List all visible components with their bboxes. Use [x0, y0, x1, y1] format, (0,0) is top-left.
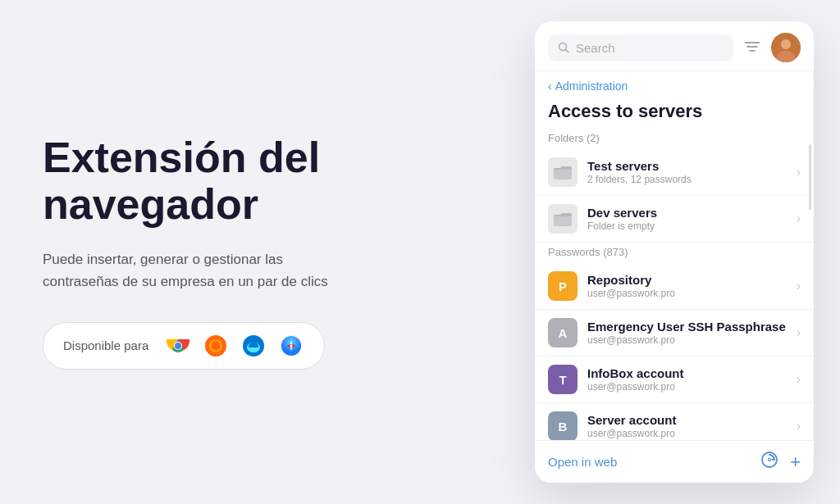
password-3-name: InfoBox account — [587, 366, 787, 380]
breadcrumb-text: Administration — [555, 79, 628, 93]
svg-line-18 — [566, 50, 569, 53]
widget-footer: Open in web + — [535, 440, 814, 483]
svg-point-23 — [781, 39, 791, 49]
password-3-info: InfoBox account user@passwork.pro — [587, 366, 787, 393]
folder-2-sub: Folder is empty — [587, 220, 787, 232]
chevron-right-icon: › — [797, 279, 801, 293]
safari-icon — [278, 333, 304, 359]
svg-point-28 — [769, 459, 771, 461]
scroll-indicator — [809, 144, 811, 210]
content-area: Extensión del navegador Puede insertar, … — [26, 21, 814, 483]
folder-2-info: Dev servers Folder is empty — [587, 206, 787, 232]
chrome-icon — [165, 333, 191, 359]
filter-icon[interactable] — [742, 36, 763, 60]
password-icon-b: B — [548, 411, 578, 440]
browser-availability: Disponible para — [43, 322, 325, 370]
chevron-right-icon: › — [797, 372, 801, 387]
password-2-info: Emergency User SSH Passphrase user@passw… — [587, 320, 787, 346]
list-item[interactable]: Test servers 2 folders, 12 passwords › — [535, 149, 814, 196]
password-1-name: Repository — [587, 273, 787, 287]
page-title: Access to servers — [548, 101, 801, 122]
folder-icon — [548, 204, 578, 234]
password-icon-a: A — [548, 318, 578, 347]
folders-section-header: Folders (2) — [535, 129, 814, 149]
folder-icon — [548, 157, 578, 187]
list-item[interactable]: B Server account user@passwork.pro › — [535, 403, 814, 440]
list-item[interactable]: Dev servers Folder is empty › — [535, 196, 814, 243]
password-1-sub: user@passwork.pro — [587, 288, 787, 299]
edge-icon — [240, 333, 267, 359]
title-line1: Extensión del — [43, 134, 320, 181]
title-line2: navegador — [43, 180, 258, 228]
svg-point-16 — [290, 344, 293, 347]
password-icon-p: P — [548, 271, 578, 301]
availability-label: Disponible para — [63, 338, 148, 352]
password-1-info: Repository user@passwork.pro — [587, 273, 787, 299]
list-item[interactable]: P Repository user@passwork.pro › — [535, 263, 814, 310]
password-2-sub: user@passwork.pro — [587, 334, 787, 346]
chevron-right-icon: › — [797, 165, 801, 179]
svg-rect-26 — [554, 215, 572, 226]
folder-2-name: Dev servers — [587, 206, 787, 220]
chevron-right-icon: › — [797, 211, 801, 226]
avatar[interactable] — [771, 33, 801, 62]
password-4-info: Server account user@passwork.pro — [587, 413, 787, 439]
firefox-icon — [203, 333, 229, 359]
list-container[interactable]: Folders (2) Test servers 2 folders, 12 p… — [535, 129, 814, 440]
page-wrapper: Extensión del navegador Puede insertar, … — [0, 0, 840, 504]
folder-1-name: Test servers — [587, 159, 787, 173]
back-arrow-icon: ‹ — [548, 79, 552, 93]
password-icon-t: T — [548, 365, 578, 394]
list-item[interactable]: T InfoBox account user@passwork.pro › — [535, 356, 814, 403]
folder-1-sub: 2 folders, 12 passwords — [587, 174, 787, 185]
svg-point-3 — [175, 343, 181, 349]
chevron-right-icon: › — [797, 325, 801, 340]
left-panel: Extensión del navegador Puede insertar, … — [26, 134, 486, 370]
password-4-name: Server account — [587, 413, 787, 427]
widget-header: Search — [535, 21, 814, 71]
passwords-section-header: Passwords (873) — [535, 243, 814, 263]
subtitle: Puede insertar, generar o gestionar las … — [43, 248, 354, 293]
password-3-sub: user@passwork.pro — [587, 381, 787, 393]
sync-icon[interactable] — [760, 451, 778, 473]
add-icon[interactable]: + — [790, 453, 801, 471]
chevron-right-icon: › — [797, 419, 801, 434]
password-4-sub: user@passwork.pro — [587, 428, 787, 439]
search-placeholder: Search — [576, 41, 615, 55]
svg-rect-25 — [554, 168, 572, 179]
open-in-web-link[interactable]: Open in web — [548, 455, 617, 469]
right-panel: Search — [535, 21, 814, 483]
list-item[interactable]: A Emergency User SSH Passphrase user@pas… — [535, 310, 814, 356]
footer-icons: + — [760, 451, 801, 473]
main-title: Extensión del navegador — [43, 134, 486, 228]
folder-1-info: Test servers 2 folders, 12 passwords — [587, 159, 787, 185]
page-title-row: Access to servers — [535, 96, 814, 129]
search-box[interactable]: Search — [548, 34, 733, 61]
breadcrumb[interactable]: ‹ Administration — [535, 71, 814, 96]
password-2-name: Emergency User SSH Passphrase — [587, 320, 787, 334]
browser-widget: Search — [535, 21, 814, 483]
search-icon — [558, 42, 569, 53]
